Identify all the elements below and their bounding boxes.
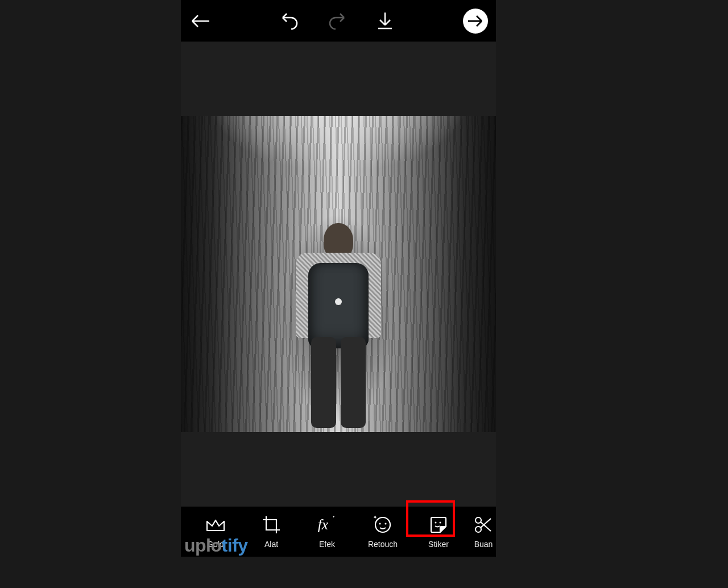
tool-alat[interactable]: Alat bbox=[243, 507, 299, 557]
undo-icon bbox=[280, 13, 299, 30]
svg-point-1 bbox=[375, 517, 390, 532]
tool-stiker[interactable]: Stiker bbox=[411, 507, 466, 557]
tool-efek[interactable]: fx Efek bbox=[299, 507, 355, 557]
next-button[interactable] bbox=[463, 9, 488, 34]
undo-button[interactable] bbox=[278, 10, 301, 32]
svg-point-5 bbox=[440, 522, 441, 524]
svg-point-6 bbox=[475, 517, 481, 523]
cut-icon bbox=[473, 515, 494, 535]
tool-label: Alat bbox=[264, 540, 278, 549]
arrow-left-icon bbox=[190, 13, 210, 29]
download-button[interactable] bbox=[374, 10, 396, 32]
tool-label: Efek bbox=[319, 540, 335, 549]
tool-toolbar: Gold Alat fx Efek Retouch Stiker bbox=[181, 507, 496, 557]
photo-subject bbox=[287, 223, 390, 428]
tool-buan[interactable]: Buan bbox=[466, 507, 496, 557]
back-button[interactable] bbox=[189, 10, 212, 32]
download-icon bbox=[377, 11, 394, 31]
fx-icon: fx bbox=[317, 515, 337, 535]
canvas-area[interactable] bbox=[181, 42, 496, 507]
arrow-right-icon bbox=[467, 15, 484, 27]
svg-point-4 bbox=[435, 522, 437, 524]
redo-button[interactable] bbox=[326, 10, 349, 32]
editor-app-frame: Gold Alat fx Efek Retouch Stiker bbox=[181, 0, 496, 557]
sticker-icon bbox=[428, 515, 449, 535]
tool-retouch[interactable]: Retouch bbox=[355, 507, 411, 557]
tool-label: Retouch bbox=[368, 540, 398, 549]
topbar bbox=[181, 0, 496, 42]
svg-point-2 bbox=[379, 523, 380, 524]
tool-label: Buan bbox=[474, 540, 493, 549]
crop-icon bbox=[261, 515, 282, 535]
redo-icon bbox=[328, 13, 347, 30]
tool-label: Gold bbox=[207, 540, 224, 549]
edited-photo bbox=[181, 116, 496, 432]
tool-label: Stiker bbox=[428, 540, 449, 549]
svg-point-7 bbox=[475, 527, 481, 532]
tool-gold[interactable]: Gold bbox=[188, 507, 243, 557]
crown-icon bbox=[205, 515, 226, 535]
svg-point-3 bbox=[384, 523, 386, 524]
svg-text:fx: fx bbox=[318, 517, 328, 532]
face-icon bbox=[373, 515, 393, 535]
